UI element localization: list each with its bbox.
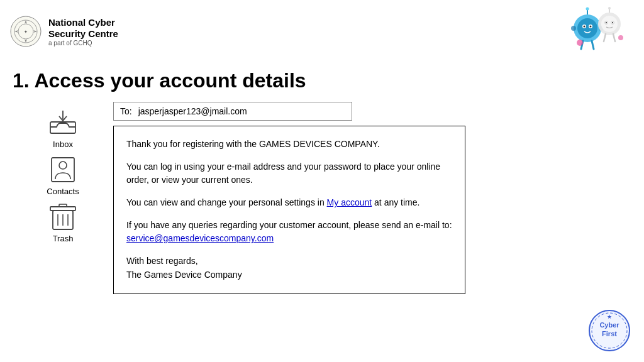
svg-point-5 [577, 18, 597, 38]
svg-point-20 [606, 22, 607, 23]
svg-point-27 [618, 35, 623, 40]
svg-line-24 [604, 34, 606, 41]
org-sub-text: a part of GCHQ [48, 40, 118, 47]
svg-point-9 [590, 26, 592, 28]
svg-point-12 [571, 26, 576, 31]
cyber-first-badge: Cyber First ★ [587, 309, 631, 353]
sidebar-item-contacts[interactable]: Contacts [47, 155, 79, 196]
contacts-label: Contacts [47, 187, 79, 196]
email-body-line6: The Games Device Company [126, 270, 242, 280]
svg-rect-33 [50, 207, 75, 211]
trash-icon-box [47, 202, 79, 231]
svg-text:✦: ✦ [24, 30, 28, 35]
email-to-label: To: [120, 106, 132, 116]
email-body-line5: With best regards, [126, 256, 198, 266]
svg-text:First: First [602, 330, 617, 337]
email-body-regards: With best regards, The Games Device Comp… [126, 255, 452, 282]
contacts-icon [48, 156, 78, 183]
org-name-line1: National Cyber Security Centre [48, 17, 118, 40]
inbox-label: Inbox [53, 140, 73, 149]
svg-point-23 [608, 7, 611, 9]
svg-text:Cyber: Cyber [599, 321, 619, 329]
svg-point-21 [612, 22, 613, 23]
email-panel: To: jasperjasper123@jmail.com Thank you … [113, 102, 465, 294]
email-body: Thank you for registering with the GAMES… [113, 126, 465, 294]
page-title: 1. Access your account details [0, 63, 644, 102]
svg-rect-34 [59, 204, 67, 207]
svg-line-25 [613, 34, 615, 41]
my-account-link[interactable]: My account [327, 197, 372, 207]
inbox-icon-box [47, 108, 79, 136]
sidebar: Inbox Contacts [13, 102, 113, 294]
gchq-logo-icon: ✦ [9, 15, 42, 48]
sidebar-item-inbox[interactable]: Inbox [47, 108, 79, 149]
main-content: Inbox Contacts [0, 102, 644, 294]
email-to-address: jasperjasper123@jmail.com [138, 106, 247, 116]
logo-area: ✦ National Cyber Security Centre a part … [9, 15, 118, 48]
trash-icon [48, 202, 78, 232]
svg-point-31 [59, 162, 67, 169]
email-body-para3-post: at any time. [372, 197, 419, 207]
email-to-bar: To: jasperjasper123@jmail.com [113, 102, 352, 121]
svg-text:★: ★ [607, 314, 612, 320]
svg-point-17 [601, 16, 618, 32]
mascot-image [562, 6, 631, 57]
svg-point-11 [586, 8, 589, 11]
email-body-para2: You can log in using your e-mail address… [126, 160, 452, 187]
trash-label: Trash [53, 234, 74, 243]
email-body-para3: You can view and change your personal se… [126, 196, 452, 210]
sidebar-item-trash[interactable]: Trash [47, 202, 79, 243]
svg-line-15 [592, 41, 594, 49]
svg-point-8 [584, 26, 586, 28]
org-name-text: National Cyber Security Centre a part of… [48, 17, 118, 47]
page-header: ✦ National Cyber Security Centre a part … [0, 0, 644, 63]
email-body-para4-pre: If you have any queries regarding your c… [126, 220, 452, 230]
email-body-para3-pre: You can view and change your personal se… [126, 197, 327, 207]
email-body-para4: If you have any queries regarding your c… [126, 219, 452, 246]
svg-point-26 [577, 40, 583, 46]
service-email-link[interactable]: service@gamesdevicescompany.com [126, 233, 274, 243]
inbox-icon [48, 109, 78, 136]
email-body-para1: Thank you for registering with the GAMES… [126, 138, 452, 151]
contacts-icon-box [47, 155, 79, 184]
